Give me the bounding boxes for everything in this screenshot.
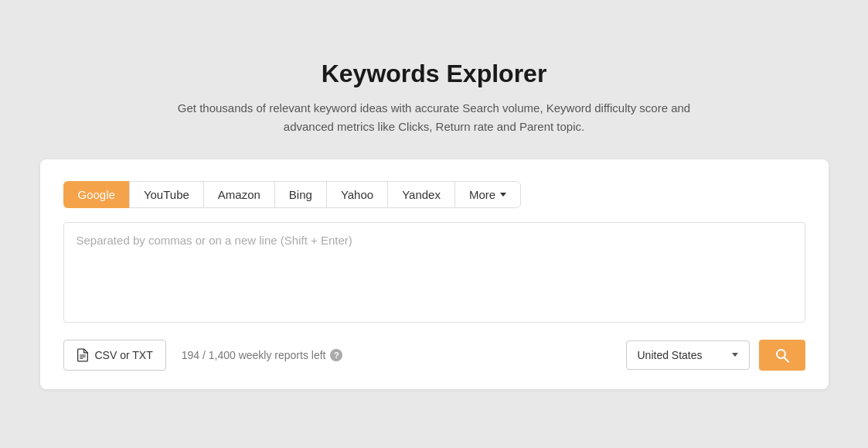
svg-line-4 xyxy=(784,357,788,362)
more-label: More xyxy=(469,188,495,201)
tab-youtube[interactable]: YouTube xyxy=(129,181,203,208)
tab-amazon[interactable]: Amazon xyxy=(203,181,274,208)
tab-google[interactable]: Google xyxy=(63,181,129,208)
keyword-input[interactable] xyxy=(63,222,805,323)
page-title: Keywords Explorer xyxy=(322,60,547,88)
bottom-left: CSV or TXT 194 / 1,400 weekly reports le… xyxy=(63,340,343,371)
country-chevron-icon xyxy=(732,353,738,357)
page-subtitle: Get thousands of relevant keyword ideas … xyxy=(172,99,697,136)
reports-left: 194 / 1,400 weekly reports left ? xyxy=(182,349,343,361)
file-icon xyxy=(77,348,89,362)
tab-yandex[interactable]: Yandex xyxy=(387,181,454,208)
help-icon[interactable]: ? xyxy=(330,349,342,361)
tab-more[interactable]: More xyxy=(454,181,521,208)
country-selector[interactable]: United States xyxy=(626,340,750,370)
chevron-down-icon xyxy=(500,193,506,197)
tab-yahoo[interactable]: Yahoo xyxy=(326,181,387,208)
country-label: United States xyxy=(638,349,703,361)
search-icon xyxy=(774,347,790,363)
tab-bar: Google YouTube Amazon Bing Yahoo Yandex … xyxy=(63,181,805,208)
csv-button-label: CSV or TXT xyxy=(95,349,153,361)
bottom-right: United States xyxy=(626,340,805,371)
reports-text: 194 / 1,400 weekly reports left xyxy=(182,349,326,361)
csv-button[interactable]: CSV or TXT xyxy=(63,340,166,371)
main-card: Google YouTube Amazon Bing Yahoo Yandex … xyxy=(40,159,829,389)
search-button[interactable] xyxy=(759,340,805,371)
tab-bing[interactable]: Bing xyxy=(274,181,326,208)
page-wrapper: Keywords Explorer Get thousands of relev… xyxy=(0,29,868,420)
bottom-bar: CSV or TXT 194 / 1,400 weekly reports le… xyxy=(63,340,805,371)
